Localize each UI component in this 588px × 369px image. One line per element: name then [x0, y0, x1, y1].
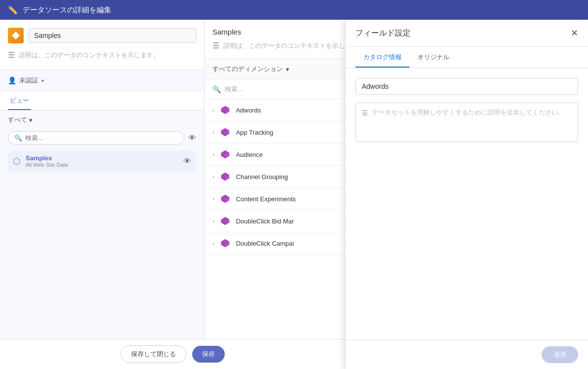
dimensions-label: すべてのディメンション — [212, 65, 283, 74]
search-icon-right: 🔍 — [212, 85, 221, 93]
item-cube-icon — [219, 237, 231, 249]
samples-sub: All Web Site Data — [26, 162, 68, 168]
right-desc-icon: ☰ — [212, 41, 219, 50]
page-title: データソースの詳細を編集 — [23, 5, 111, 15]
item-chevron: › — [212, 174, 214, 180]
chevron-down-dimensions: ▾ — [286, 66, 289, 73]
item-cube-icon — [219, 193, 231, 205]
datasource-icon — [8, 28, 24, 43]
auth-label: 未認証 — [19, 76, 38, 85]
field-name-input[interactable] — [355, 78, 578, 95]
tab-original[interactable]: オリジナル — [410, 47, 457, 68]
item-chevron: › — [212, 151, 214, 157]
main-layout: ☰ 説明は、このデータのコンテキストを示します。 👤 未認証 ▾ ビュー すべて… — [0, 20, 588, 369]
item-chevron: › — [212, 240, 214, 246]
chevron-down-icon-all: ▾ — [29, 116, 33, 124]
left-search-input[interactable] — [25, 134, 178, 142]
datasource-name-input[interactable] — [29, 28, 196, 43]
samples-icon: ⬡ — [13, 156, 21, 167]
samples-list-item[interactable]: ⬡ Samples All Web Site Data 👁 — [8, 150, 196, 172]
eye-icon-left[interactable]: 👁 — [188, 134, 196, 143]
left-tabs: ビュー — [0, 91, 204, 111]
item-chevron: › — [212, 129, 214, 135]
item-chevron: › — [212, 196, 214, 202]
left-panel-header: ☰ 説明は、このデータのコンテキストを示します。 — [0, 20, 204, 70]
field-settings-panel: フィールド設定 ✕ カタログ情報 オリジナル ☰ データセットを理解しやすくする… — [345, 20, 588, 369]
field-tabs: カタログ情報 オリジナル — [346, 47, 588, 68]
close-button[interactable]: ✕ — [571, 28, 578, 38]
item-cube-icon — [219, 215, 231, 227]
left-search-box: 🔍 — [8, 131, 184, 145]
samples-left: ⬡ Samples All Web Site Data — [13, 154, 68, 168]
field-desc-placeholder: データセットを理解しやすくするために説明を追加してください。 — [372, 108, 564, 117]
bottom-bar: 保存して閉じる 保存 — [205, 339, 345, 369]
all-toggle[interactable]: すべて ▾ — [0, 111, 204, 129]
all-label: すべて — [8, 115, 27, 124]
samples-info: Samples All Web Site Data — [26, 154, 68, 168]
item-cube-icon — [219, 104, 231, 116]
apply-button[interactable]: 適用 — [542, 346, 578, 363]
field-settings-body: ☰ データセットを理解しやすくするために説明を追加してください。 — [346, 68, 588, 340]
item-cube-icon — [219, 171, 231, 183]
auth-section[interactable]: 👤 未認証 ▾ — [0, 70, 204, 91]
description-text: 説明は、このデータのコンテキストを示します。 — [19, 51, 160, 60]
field-settings-footer: 適用 — [346, 340, 588, 369]
right-search-placeholder: 検索... — [225, 85, 243, 94]
right-desc-text: 説明は、このデータのコンテキストを示します。 — [223, 41, 364, 50]
field-desc-icon: ☰ — [362, 108, 368, 117]
description-icon: ☰ — [8, 50, 15, 60]
item-chevron: › — [212, 107, 214, 113]
description-row: ☰ 説明は、このデータのコンテキストを示します。 — [8, 48, 196, 62]
datasource-name-row — [8, 28, 196, 43]
tab-catalog[interactable]: カタログ情報 — [355, 47, 410, 68]
left-search-row: 🔍 👁 — [0, 129, 204, 150]
save-button[interactable]: 保存 — [205, 346, 225, 363]
field-description-box: ☰ データセットを理解しやすくするために説明を追加してください。 — [355, 103, 578, 142]
search-icon-left: 🔍 — [14, 134, 22, 142]
auth-row[interactable]: 👤 未認証 ▾ — [8, 76, 196, 85]
chevron-down-icon: ▾ — [41, 78, 44, 83]
item-cube-icon — [219, 126, 231, 138]
item-cube-icon — [219, 148, 231, 160]
left-panel: ☰ 説明は、このデータのコンテキストを示します。 👤 未認証 ▾ ビュー すべて… — [0, 20, 205, 369]
ds-icon-shape — [12, 32, 20, 39]
top-bar: ✏️ データソースの詳細を編集 — [0, 0, 588, 20]
field-settings-title: フィールド設定 — [355, 28, 411, 38]
field-settings-header: フィールド設定 ✕ — [346, 20, 588, 47]
tab-view[interactable]: ビュー — [8, 91, 31, 110]
eye-icon-samples[interactable]: 👁 — [183, 157, 191, 166]
samples-name: Samples — [26, 154, 68, 162]
auth-icon: 👤 — [8, 76, 16, 84]
item-chevron: › — [212, 218, 214, 224]
edit-icon: ✏️ — [8, 5, 18, 15]
